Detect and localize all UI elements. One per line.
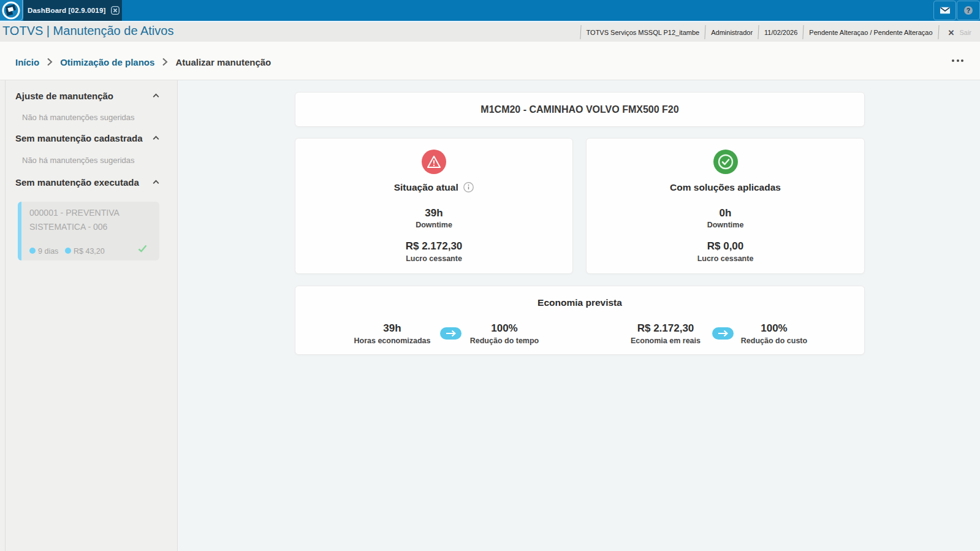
svg-text:?: ? [967,7,970,14]
